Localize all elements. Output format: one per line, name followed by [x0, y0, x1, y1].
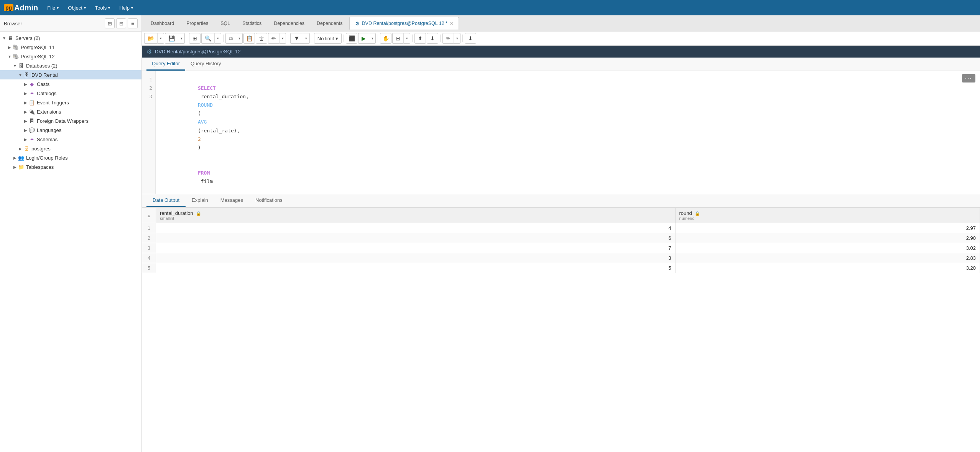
delete-btn[interactable]: 🗑	[256, 33, 267, 44]
tab-messages[interactable]: Messages	[214, 194, 249, 207]
sidebar-item-schemas[interactable]: ▶ ✦ Schemas	[0, 135, 141, 144]
open-file-btn[interactable]: 📂	[144, 33, 157, 44]
col-header-rental-duration[interactable]: rental_duration 🔒 smallint	[156, 208, 676, 223]
sidebar-item-databases[interactable]: ▼ 🗄 Databases (2)	[0, 61, 141, 70]
toggle-icon: ▶	[23, 119, 28, 123]
sidebar-item-loginroles[interactable]: ▶ 👥 Login/Group Roles	[0, 153, 141, 162]
sidebar-item-servers[interactable]: ▼ 🖥 Servers (2)	[0, 33, 141, 43]
data-output-table: ▲ rental_duration 🔒 smallint round 🔒 num…	[142, 208, 980, 273]
edit-btn-group: ✏ ▾	[268, 33, 286, 44]
sidebar-item-catalogs[interactable]: ▶ ✦ Catalogs	[0, 89, 141, 98]
databases-icon: 🗄	[18, 62, 25, 69]
grid-btn[interactable]: ⊟	[392, 33, 403, 44]
menu-file[interactable]: File ▾	[43, 3, 62, 12]
sql-editor[interactable]: 1 2 3 SELECT rental_duration, ROUND ( AV…	[142, 71, 980, 194]
extensions-icon: 🔌	[28, 108, 35, 115]
tab-dependents[interactable]: Dependents	[311, 17, 348, 29]
edit2-dropdown[interactable]: ▾	[454, 33, 460, 44]
paste-btn[interactable]: 📋	[243, 33, 255, 44]
servers-icon: 🖥	[7, 35, 14, 41]
sidebar-item-eventtriggers[interactable]: ▶ 📋 Event Triggers	[0, 98, 141, 107]
copy-btn-group: ⧉ ▾	[225, 33, 243, 44]
col-header-round[interactable]: round 🔒 numeric	[675, 208, 980, 223]
sidebar-item-postgres[interactable]: ▶ 🗄 postgres	[0, 144, 141, 153]
menubar: pg Admin File ▾ Object ▾ Tools ▾ Help ▾	[0, 0, 980, 15]
eventtriggers-icon: 📋	[28, 99, 35, 106]
save-data-btn[interactable]: ⬆	[414, 33, 426, 44]
restore-btn[interactable]: ⬇	[427, 33, 438, 44]
logo-pg: pg	[4, 4, 13, 11]
sidebar-item-label: PostgreSQL 11	[21, 45, 54, 50]
find-dropdown[interactable]: ▾	[214, 33, 221, 44]
tab-properties[interactable]: Properties	[181, 17, 214, 29]
tab-query-history[interactable]: Query History	[185, 58, 226, 71]
filter-dropdown[interactable]: ▾	[303, 33, 310, 44]
col-type: numeric	[679, 216, 976, 221]
sidebar-item-foreignwrappers[interactable]: ▶ 🗄 Foreign Data Wrappers	[0, 116, 141, 125]
hand-btn[interactable]: ✋	[380, 33, 391, 44]
tab-sql[interactable]: SQL	[215, 17, 236, 29]
sidebar-table-btn[interactable]: ≡	[128, 18, 138, 28]
tab-statistics[interactable]: Statistics	[237, 17, 267, 29]
sidebar-item-dvdrental[interactable]: ▼ 🗄 DVD Rental	[0, 70, 141, 79]
stop-btn[interactable]: ⬛	[346, 33, 357, 44]
filter-btn[interactable]: ▼	[290, 33, 303, 44]
no-limit-select[interactable]: No limit ▾	[314, 33, 342, 44]
sidebar-refresh-btn[interactable]: ⊞	[105, 18, 115, 28]
tab-explain[interactable]: Explain	[186, 194, 214, 207]
save-file-dropdown[interactable]: ▾	[178, 33, 185, 44]
sidebar-item-casts[interactable]: ▶ ◆ Casts	[0, 79, 141, 89]
col-type: smallint	[160, 216, 671, 221]
sidebar-item-label: Event Triggers	[37, 100, 69, 106]
results-tabs: Data Output Explain Messages Notificatio…	[142, 194, 980, 208]
divider-2	[223, 35, 224, 42]
edit-btn[interactable]: ✏	[268, 33, 279, 44]
edit2-btn-group: ✏ ▾	[442, 33, 460, 44]
edit-dropdown[interactable]: ▾	[279, 33, 286, 44]
cell-rental-duration: 3	[156, 253, 676, 263]
find-btn[interactable]: 🔍	[201, 33, 214, 44]
main-layout: Browser ⊞ ⊟ ≡ ▼ 🖥 Servers (2) ▶ 🐘 Postgr…	[0, 15, 980, 452]
editor-more-btn[interactable]: ···	[962, 74, 975, 82]
insert-rows-btn[interactable]: ⊞	[189, 33, 201, 44]
menu-tools[interactable]: Tools ▾	[91, 3, 114, 12]
tab-dependencies[interactable]: Dependencies	[268, 17, 310, 29]
code-area[interactable]: SELECT rental_duration, ROUND ( AVG (ren…	[156, 71, 980, 194]
sidebar-grid-btn[interactable]: ⊟	[116, 18, 126, 28]
foreignwrappers-icon: 🗄	[28, 117, 35, 124]
divider-3	[288, 35, 288, 42]
run-dropdown[interactable]: ▾	[369, 33, 376, 44]
sidebar-item-extensions[interactable]: ▶ 🔌 Extensions	[0, 107, 141, 116]
sidebar-item-tablespaces[interactable]: ▶ 📁 Tablespaces	[0, 162, 141, 172]
sidebar-item-label: Databases (2)	[26, 63, 58, 69]
toggle-icon: ▼	[2, 36, 7, 40]
tab-notifications[interactable]: Notifications	[249, 194, 289, 207]
sidebar-item-label: Schemas	[37, 137, 58, 142]
toggle-icon: ▼	[12, 64, 18, 68]
copy-dropdown[interactable]: ▾	[236, 33, 243, 44]
sidebar-item-label: postgres	[31, 146, 51, 152]
sidebar-item-languages[interactable]: ▶ 💬 Languages	[0, 125, 141, 135]
open-file-dropdown[interactable]: ▾	[157, 33, 164, 44]
toggle-icon: ▶	[23, 82, 28, 86]
edit2-btn[interactable]: ✏	[442, 33, 454, 44]
tab-query-editor[interactable]: ⚙ DVD Rental/postgres@PostgreSQL 12 * ×	[349, 17, 459, 30]
tab-close-icon[interactable]: ×	[450, 20, 453, 26]
grid-dropdown[interactable]: ▾	[403, 33, 410, 44]
editor-content: 1 2 3 SELECT rental_duration, ROUND ( AV…	[142, 71, 980, 194]
download-btn[interactable]: ⬇	[465, 33, 476, 44]
tab-data-output[interactable]: Data Output	[146, 194, 186, 207]
save-file-btn[interactable]: 💾	[165, 33, 178, 44]
sidebar-item-pg11[interactable]: ▶ 🐘 PostgreSQL 11	[0, 43, 141, 52]
menu-object[interactable]: Object ▾	[64, 3, 90, 12]
menu-help[interactable]: Help ▾	[115, 3, 137, 12]
tab-dashboard[interactable]: Dashboard	[145, 17, 180, 29]
copy-btn[interactable]: ⧉	[225, 33, 236, 44]
sidebar-item-label: Casts	[37, 81, 49, 87]
tab-query-editor-pane[interactable]: Query Editor	[146, 58, 185, 71]
sidebar-item-pg12[interactable]: ▼ 🐘 PostgreSQL 12	[0, 52, 141, 61]
main-tabs-bar: Dashboard Properties SQL Statistics Depe…	[142, 15, 980, 31]
run-btn[interactable]: ▶	[358, 33, 369, 44]
languages-icon: 💬	[28, 127, 35, 134]
divider-6	[378, 35, 378, 42]
